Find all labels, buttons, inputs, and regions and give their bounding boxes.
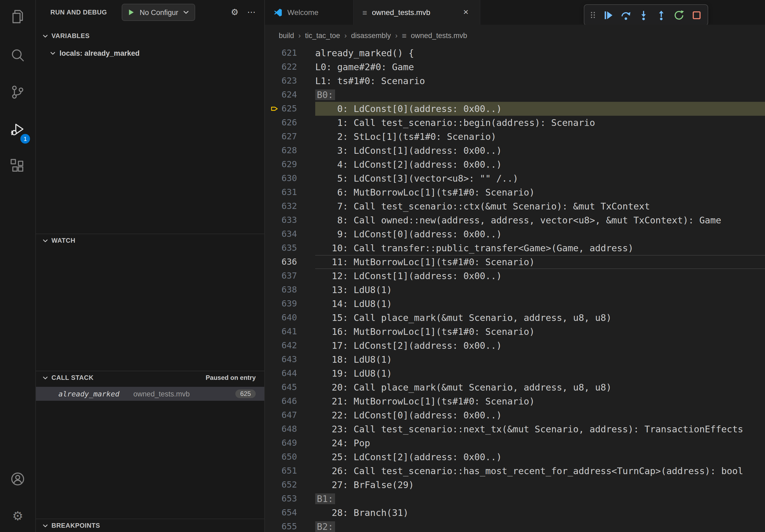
breadcrumb-item-disassembly[interactable]: disassembly [351, 31, 391, 39]
line-gutter[interactable]: 643 [265, 353, 315, 367]
line-gutter[interactable]: 635 [265, 241, 315, 255]
section-header-watch[interactable]: WATCH [36, 234, 264, 247]
stop-button[interactable] [688, 7, 704, 23]
section-header-breakpoints[interactable]: BREAKPOINTS [36, 519, 264, 532]
code-line[interactable]: 625 0: LdConst[0](address: 0x00..) [265, 102, 765, 116]
call-stack-frame[interactable]: already_marked owned_tests.mvb 625 [36, 387, 264, 401]
breadcrumb-item-file[interactable]: owned_tests.mvb [411, 31, 467, 39]
step-into-button[interactable] [635, 7, 651, 23]
code-line[interactable]: 653 B1: [265, 492, 765, 506]
line-gutter[interactable]: 653 [265, 492, 315, 506]
code-line[interactable]: 621 already_marked() { [265, 46, 765, 60]
code-line[interactable]: 649 24: Pop [265, 436, 765, 450]
code-line[interactable]: 633 8: Call owned::new(address, address,… [265, 213, 765, 227]
code-line[interactable]: 628 3: LdConst[1](address: 0x00..) [265, 143, 765, 157]
line-gutter[interactable]: 629 [265, 157, 315, 171]
code-area[interactable]: 621 already_marked() { 622 L0: game#2#0:… [265, 46, 765, 532]
line-gutter[interactable]: 622 [265, 60, 315, 74]
breadcrumb-item-tic-tac-toe[interactable]: tic_tac_toe [305, 31, 340, 39]
line-gutter[interactable]: 639 [265, 297, 315, 311]
more-actions-icon[interactable]: ⋯ [247, 8, 256, 17]
code-line[interactable]: 640 15: Call place_mark(&mut Scenario, a… [265, 311, 765, 325]
code-line[interactable]: 622 L0: game#2#0: Game [265, 60, 765, 74]
code-line[interactable]: 623 L1: ts#1#0: Scenario [265, 74, 765, 88]
line-gutter[interactable]: 633 [265, 213, 315, 227]
tab-owned-tests[interactable]: ≡ owned_tests.mvb × [354, 0, 480, 25]
code-line[interactable]: 646 21: MutBorrowLoc[1](ts#1#0: Scenario… [265, 394, 765, 408]
close-icon[interactable]: × [460, 7, 471, 18]
code-line[interactable]: 626 1: Call test_scenario::begin(address… [265, 116, 765, 130]
line-gutter[interactable]: 651 [265, 464, 315, 478]
code-line[interactable]: 637 12: LdConst[1](address: 0x00..) [265, 269, 765, 283]
code-line[interactable]: 652 27: BrFalse(29) [265, 478, 765, 492]
code-line[interactable]: 624 B0: [265, 88, 765, 102]
line-gutter[interactable]: 642 [265, 339, 315, 353]
restart-button[interactable] [671, 7, 687, 23]
code-line[interactable]: 644 19: LdU8(1) [265, 367, 765, 381]
line-gutter[interactable]: 640 [265, 311, 315, 325]
line-gutter[interactable]: 649 [265, 436, 315, 450]
code-line[interactable]: 632 7: Call test_scenario::ctx(&mut Scen… [265, 199, 765, 213]
code-line[interactable]: 642 17: LdConst[2](address: 0x00..) [265, 339, 765, 353]
code-line[interactable]: 647 22: LdConst[0](address: 0x00..) [265, 408, 765, 422]
code-line[interactable]: 654 28: Branch(31) [265, 506, 765, 520]
line-gutter[interactable]: 630 [265, 171, 315, 185]
code-line[interactable]: 638 13: LdU8(1) [265, 283, 765, 297]
code-line[interactable]: 655 B2: [265, 520, 765, 532]
code-line[interactable]: 636 11: MutBorrowLoc[1](ts#1#0: Scenario… [265, 255, 765, 269]
line-gutter[interactable]: 637 [265, 269, 315, 283]
line-gutter[interactable]: 646 [265, 394, 315, 408]
line-gutter[interactable]: 648 [265, 422, 315, 436]
continue-button[interactable] [600, 7, 616, 23]
locals-row[interactable]: locals: already_marked [36, 46, 264, 60]
activity-item-search[interactable] [0, 42, 35, 68]
activity-item-settings[interactable]: ⚙ [0, 503, 35, 529]
activity-item-run-debug[interactable]: 1 [0, 116, 35, 142]
line-gutter[interactable]: 650 [265, 450, 315, 464]
line-gutter[interactable]: 655 [265, 520, 315, 532]
line-gutter[interactable]: 627 [265, 130, 315, 143]
debug-config-dropdown[interactable]: No Configur [122, 4, 195, 21]
line-gutter[interactable]: 647 [265, 408, 315, 422]
code-line[interactable]: 631 6: MutBorrowLoc[1](ts#1#0: Scenario) [265, 185, 765, 199]
line-gutter[interactable]: 623 [265, 74, 315, 88]
code-line[interactable]: 634 9: LdConst[0](address: 0x00..) [265, 227, 765, 241]
drag-handle-icon[interactable] [587, 7, 598, 23]
line-gutter[interactable]: 625 [265, 102, 315, 116]
line-gutter[interactable]: 652 [265, 478, 315, 492]
step-over-button[interactable] [618, 7, 634, 23]
line-gutter[interactable]: 628 [265, 143, 315, 157]
code-line[interactable]: 627 2: StLoc[1](ts#1#0: Scenario) [265, 130, 765, 143]
breadcrumb-item-build[interactable]: build [279, 31, 294, 39]
line-gutter[interactable]: 632 [265, 199, 315, 213]
gear-icon[interactable]: ⚙ [231, 8, 239, 17]
code-line[interactable]: 651 26: Call test_scenario::has_most_rec… [265, 464, 765, 478]
line-gutter[interactable]: 626 [265, 116, 315, 130]
line-gutter[interactable]: 631 [265, 185, 315, 199]
activity-item-explorer[interactable] [0, 4, 35, 30]
line-gutter[interactable]: 636 [265, 255, 315, 269]
activity-item-source-control[interactable] [0, 79, 35, 105]
section-header-variables[interactable]: VARIABLES [36, 30, 264, 42]
code-line[interactable]: 635 10: Call transfer::public_transfer<G… [265, 241, 765, 255]
code-line[interactable]: 630 5: LdConst[3](vector<u8>: "" /..) [265, 171, 765, 185]
code-line[interactable]: 645 20: Call place_mark(&mut Scenario, a… [265, 381, 765, 394]
code-line[interactable]: 643 18: LdU8(1) [265, 353, 765, 367]
line-gutter[interactable]: 634 [265, 227, 315, 241]
tab-welcome[interactable]: Welcome [265, 0, 354, 25]
line-gutter[interactable]: 645 [265, 381, 315, 394]
line-gutter[interactable]: 638 [265, 283, 315, 297]
line-gutter[interactable]: 644 [265, 367, 315, 381]
code-line[interactable]: 648 23: Call test_scenario::next_tx(&mut… [265, 422, 765, 436]
section-header-call-stack[interactable]: CALL STACK Paused on entry [36, 371, 264, 384]
activity-item-extensions[interactable] [0, 153, 35, 179]
code-line[interactable]: 650 25: LdConst[2](address: 0x00..) [265, 450, 765, 464]
activity-item-account[interactable] [0, 466, 35, 492]
step-out-button[interactable] [653, 7, 669, 23]
code-line[interactable]: 639 14: LdU8(1) [265, 297, 765, 311]
line-gutter[interactable]: 641 [265, 325, 315, 339]
line-gutter[interactable]: 654 [265, 506, 315, 520]
line-gutter[interactable]: 621 [265, 46, 315, 60]
code-line[interactable]: 629 4: LdConst[2](address: 0x00..) [265, 157, 765, 171]
line-gutter[interactable]: 624 [265, 88, 315, 102]
